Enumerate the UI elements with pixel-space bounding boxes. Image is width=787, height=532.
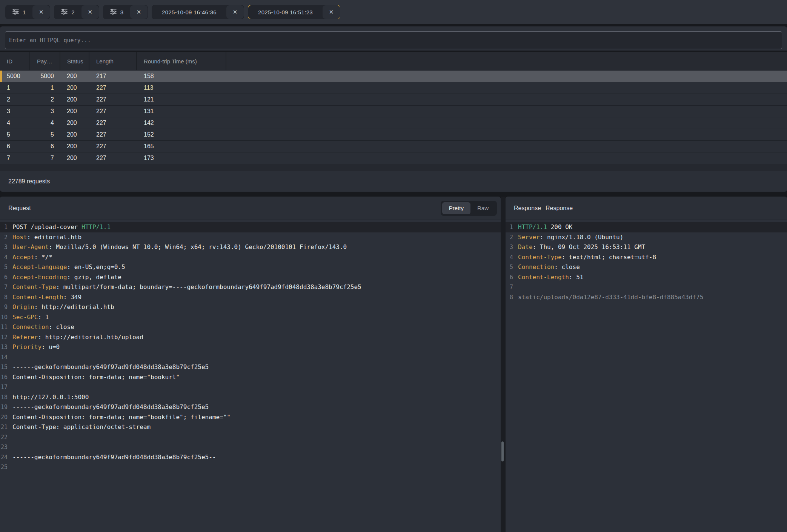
session-tab-1[interactable]: 1✕ [5,5,50,19]
line-number: 8 [506,292,513,303]
code-text: Content-Disposition: form-data; name="bo… [12,374,180,381]
table-row[interactable]: 33200227131 [0,105,787,117]
line-content [8,462,12,472]
line-number: 6 [0,272,8,283]
code-line: 17 [0,382,501,392]
line-content: Content-Type: text/html; charset=utf-8 [513,252,656,263]
raw-toggle-button[interactable]: Raw [470,202,495,214]
cell-payload: 3 [30,106,60,117]
session-tab-2025-10-09-16-51-23[interactable]: 2025-10-09 16:51:23✕ [248,5,340,19]
table-row[interactable]: 50005000200217158 [0,70,787,82]
code-line: 15------geckoformboundary649f97ad9fd048d… [0,362,501,372]
header-name: Accept-Encoding [12,274,67,281]
code-text: : Mozilla/5.0 (Windows NT 10.0; Win64; x… [49,243,347,251]
table-row[interactable]: 66200227165 [0,140,787,152]
cell-payload: 6 [30,141,60,152]
cell-id: 6 [0,141,30,152]
cell-status: 200 [60,71,89,82]
session-tabbar: 1✕2✕3✕2025-10-09 16:46:36✕2025-10-09 16:… [0,0,787,24]
tab-label: 1 [6,5,32,19]
line-number: 2 [0,232,8,243]
cell-status: 200 [60,129,89,140]
code-text: : text/html; charset=utf-8 [562,254,656,261]
table-row[interactable]: 11200227113 [0,82,787,94]
line-content: ------geckoformboundary649f97ad9fd048dd3… [8,452,216,463]
line-content [8,352,12,363]
column-header-length[interactable]: Length [89,52,137,70]
header-name: Connection [518,263,554,271]
code-text: POST /upload-cover [12,223,81,231]
response-editor[interactable]: 1HTTP/1.1 200 OK2Server: nginx/1.18.0 (U… [506,220,787,302]
http-version: HTTP/1.1 [81,223,111,231]
line-content: HTTP/1.1 200 OK [513,222,573,232]
code-line: 25 [0,462,501,472]
code-line: 7Content-Type: multipart/form-data; boun… [0,282,501,292]
requests-count-footer: 22789 requests [0,171,787,192]
line-content: Content-Length: 349 [8,292,81,303]
header-name: Accept [12,254,34,261]
request-editor[interactable]: 1POST /upload-cover HTTP/1.12Host: edito… [0,220,501,472]
tab-label-text: 1 [23,9,26,15]
tab-close-icon[interactable]: ✕ [32,5,50,19]
header-name: Content-Type [518,254,562,261]
tab-close-icon[interactable]: ✕ [226,5,244,19]
line-content: static/uploads/0da12e87-d333-41dd-bfe8-d… [513,292,703,303]
cell-rtt: 152 [137,129,226,140]
cell-status: 200 [60,152,89,164]
session-tab-2025-10-09-16-46-36[interactable]: 2025-10-09 16:46:36✕ [152,5,244,19]
line-content [8,432,12,443]
request-panel-title: Request [8,205,31,212]
code-line: 21Content-Type: application/octet-stream [0,422,501,432]
column-header-id[interactable]: ID [0,52,30,70]
cell-rtt: 165 [137,141,226,152]
tab-close-icon[interactable]: ✕ [323,5,340,19]
filter-sliders-icon [61,9,68,16]
line-number: 5 [0,262,8,272]
cell-length: 227 [89,82,137,94]
line-content: Content-Disposition: form-data; name="bo… [8,412,231,423]
line-number: 7 [0,282,8,292]
column-header-status[interactable]: Status [60,52,89,70]
line-content: Origin: http://editorial.htb [8,302,114,312]
query-panel [0,26,787,51]
tab-label: 2025-10-09 16:46:36 [152,5,226,19]
line-content: Content-Type: application/octet-stream [8,422,151,432]
code-line: 13Priority: u=0 [0,342,501,352]
response-panel-header: Response Response [506,197,787,220]
scrollbar-thumb[interactable] [501,441,504,461]
tab-close-icon[interactable]: ✕ [130,5,148,19]
column-header-payload[interactable]: Pay… [30,52,60,70]
pretty-toggle-button[interactable]: Pretty [442,202,470,214]
cell-length: 227 [89,152,137,164]
header-name: Content-Length [518,274,569,281]
code-text: : */* [34,254,52,261]
tab-close-icon[interactable]: ✕ [81,5,99,19]
httpql-query-input[interactable] [5,31,782,49]
line-content: Priority: u=0 [8,342,60,352]
code-line: 11Connection: close [0,322,501,332]
response-tab[interactable]: Response [546,205,573,212]
line-number: 2 [506,232,513,243]
column-header-rtt[interactable]: Round-trip Time (ms) [137,52,226,70]
cell-payload: 5 [30,129,60,140]
panel-splitter[interactable] [501,197,506,532]
header-name: Content-Type [12,283,56,291]
code-line: 1HTTP/1.1 200 OK [506,222,787,232]
body-text-dim: static/uploads/0da12e87-d333-41dd-bfe8-d… [518,294,703,301]
filter-sliders-icon [110,9,117,16]
table-row[interactable]: 55200227152 [0,129,787,140]
table-row[interactable]: 22200227121 [0,94,787,105]
table-row[interactable]: 77200227173 [0,152,787,164]
cell-rtt: 142 [137,117,226,129]
line-content: ------geckoformboundary649f97ad9fd048dd3… [8,362,209,372]
requests-table-body: 5000500020021715811200227113222002271213… [0,70,787,164]
table-row[interactable]: 44200227142 [0,117,787,129]
session-tab-3[interactable]: 3✕ [103,5,148,19]
pretty-raw-toggle: PrettyRaw [441,201,497,216]
line-number: 23 [0,442,8,452]
header-name: Accept-Language [12,263,67,271]
code-line: 6Content-Length: 51 [506,272,787,283]
header-name: Date [518,243,533,251]
cell-status: 200 [60,82,89,94]
session-tab-2[interactable]: 2✕ [54,5,99,19]
